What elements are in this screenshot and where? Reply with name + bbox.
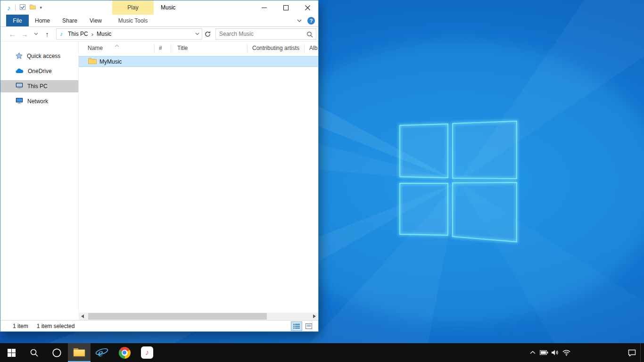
forward-button[interactable]: → xyxy=(18,28,31,40)
battery-button[interactable] xyxy=(538,343,549,362)
windows-start-icon xyxy=(8,349,16,357)
taskbar-itunes-button[interactable]: ♪ xyxy=(136,343,158,362)
desktop: ♪ ▾ Play Music xyxy=(0,0,644,362)
chrome-icon xyxy=(119,347,131,359)
taskbar-chrome-button[interactable] xyxy=(113,343,136,362)
cortana-icon xyxy=(52,348,62,358)
action-center-icon xyxy=(628,349,636,356)
maximize-icon xyxy=(283,5,289,10)
show-desktop-button[interactable] xyxy=(640,343,644,362)
computer-icon xyxy=(16,82,23,90)
quick-access-toolbar: ♪ ▾ xyxy=(0,4,42,11)
status-bar: 1 item 1 item selected xyxy=(0,320,318,331)
close-button[interactable] xyxy=(297,0,318,15)
itunes-icon: ♪ xyxy=(141,346,153,359)
network-button[interactable] xyxy=(560,343,572,362)
volume-button[interactable] xyxy=(549,343,560,362)
sidebar-item-label: Quick access xyxy=(27,53,60,59)
sidebar-item-label: This PC xyxy=(27,83,48,90)
column-header-album[interactable]: Alb xyxy=(305,44,318,52)
battery-icon xyxy=(540,350,548,355)
maximize-button[interactable] xyxy=(275,0,297,15)
sidebar-item-label: Network xyxy=(27,98,48,105)
tab-share[interactable]: Share xyxy=(56,15,83,26)
breadcrumb-this-pc[interactable]: This PC xyxy=(66,31,91,37)
chevron-down-icon xyxy=(195,33,199,35)
folder-icon xyxy=(88,58,97,66)
refresh-button[interactable] xyxy=(202,28,213,40)
address-box[interactable]: ♪ This PC › Music xyxy=(56,28,202,40)
wifi-icon xyxy=(562,349,571,356)
horizontal-scrollbar[interactable] xyxy=(79,313,318,320)
back-button[interactable]: ← xyxy=(6,28,18,40)
thumbnails-view-button[interactable] xyxy=(303,321,314,331)
toolbar-separator xyxy=(15,4,16,11)
explorer-window: ♪ ▾ Play Music xyxy=(0,0,319,332)
svg-text:e: e xyxy=(98,346,103,359)
tab-view[interactable]: View xyxy=(83,15,108,26)
details-view-button[interactable] xyxy=(291,321,302,331)
horizontal-scrollbar-row xyxy=(0,313,318,320)
cloud-icon xyxy=(16,68,24,75)
cortana-button[interactable] xyxy=(45,343,68,362)
tab-music-tools[interactable]: Music Tools xyxy=(112,15,154,27)
scroll-left-button[interactable] xyxy=(79,313,86,320)
minimize-button[interactable] xyxy=(253,0,275,15)
scroll-right-button[interactable] xyxy=(311,313,318,320)
contextual-tab-play[interactable]: Play xyxy=(112,0,154,15)
tab-home[interactable]: Home xyxy=(29,15,56,26)
search-icon[interactable] xyxy=(306,31,313,39)
taskbar-internet-explorer-button[interactable]: e xyxy=(91,343,113,362)
properties-icon[interactable] xyxy=(20,4,25,11)
sidebar-item-onedrive[interactable]: OneDrive xyxy=(0,65,78,77)
selection-count: 1 item selected xyxy=(37,323,75,329)
network-icon xyxy=(16,98,23,106)
location-music-icon: ♪ xyxy=(60,31,63,37)
search-box xyxy=(215,28,316,40)
column-headers: Name # Title Contributing artists Alb xyxy=(79,41,318,55)
up-button[interactable]: ↑ xyxy=(41,28,53,40)
column-header-title[interactable]: Title xyxy=(171,44,248,52)
system-tray xyxy=(527,343,644,362)
tab-file[interactable]: File xyxy=(6,15,29,26)
breadcrumb-music[interactable]: Music xyxy=(94,31,114,37)
refresh-icon xyxy=(205,31,211,37)
scrollbar-thumb[interactable] xyxy=(88,313,267,320)
new-folder-icon[interactable] xyxy=(30,4,36,11)
sidebar-item-network[interactable]: Network xyxy=(0,95,78,107)
search-icon xyxy=(30,348,39,357)
taskbar: e ♪ xyxy=(0,343,644,362)
customize-toolbar-chevron-icon[interactable]: ▾ xyxy=(40,5,42,10)
search-input[interactable] xyxy=(216,29,316,39)
sidebar-item-this-pc[interactable]: This PC xyxy=(0,80,78,92)
action-center-button[interactable] xyxy=(623,343,640,362)
help-button[interactable]: ? xyxy=(307,17,315,25)
titlebar[interactable]: ♪ ▾ Play Music xyxy=(0,0,318,15)
file-name: MyMusic xyxy=(99,58,122,65)
expand-ribbon-button[interactable] xyxy=(295,15,304,27)
close-icon xyxy=(305,5,310,10)
sidebar-item-label: OneDrive xyxy=(28,68,52,74)
thumbnails-view-icon xyxy=(305,323,312,329)
app-music-icon[interactable]: ♪ xyxy=(7,4,11,11)
triangle-right-icon xyxy=(313,314,316,318)
hidden-icons-button[interactable] xyxy=(527,343,538,362)
breadcrumb-separator[interactable]: › xyxy=(91,31,94,38)
recent-locations-button[interactable] xyxy=(31,28,41,40)
view-toggles xyxy=(291,321,314,331)
taskbar-search-button[interactable] xyxy=(23,343,45,362)
file-row-mymusic[interactable]: MyMusic xyxy=(79,56,318,67)
file-explorer-icon xyxy=(73,347,85,357)
column-header-track-number[interactable]: # xyxy=(155,44,171,52)
column-header-contributing-artists[interactable]: Contributing artists xyxy=(248,44,305,52)
address-dropdown-button[interactable] xyxy=(192,29,202,39)
ribbon-tabs: File Home Share View Music Tools ? xyxy=(0,15,318,27)
internet-explorer-icon: e xyxy=(95,346,109,360)
taskbar-file-explorer-button[interactable] xyxy=(68,343,91,362)
start-button[interactable] xyxy=(0,343,23,362)
window-title: Music xyxy=(161,0,175,15)
sidebar-item-quick-access[interactable]: Quick access xyxy=(0,50,78,62)
chevron-down-icon xyxy=(297,19,302,22)
chevron-down-icon xyxy=(34,33,38,35)
star-icon xyxy=(16,52,23,60)
